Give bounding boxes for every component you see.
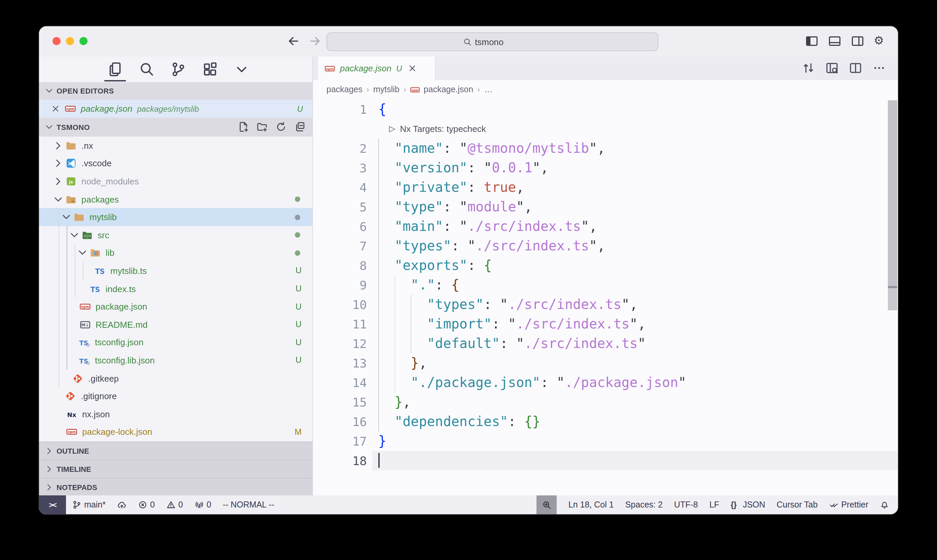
open-editors-header[interactable]: OPEN EDITORS (39, 82, 312, 100)
chevron-right-icon[interactable] (52, 176, 64, 187)
tab-package-json[interactable]: npm package.json U (317, 57, 435, 80)
status-main[interactable]: main* (72, 500, 106, 509)
activity-search-icon[interactable] (138, 60, 155, 79)
nx-icon: Nx (66, 408, 77, 420)
tree-item-mytslib-ts[interactable]: TSmytslib.tsU (39, 262, 312, 280)
status-cloud-upload[interactable] (117, 500, 126, 509)
panel-section-timeline[interactable]: TIMELINE (39, 460, 312, 478)
git-untracked-badge: U (295, 284, 302, 294)
tree-item-packages[interactable]: packages (39, 191, 312, 208)
scrollbar-thumb[interactable] (888, 100, 897, 286)
tree-item-lib[interactable]: lib (39, 244, 312, 262)
status-cursor-tab[interactable]: Cursor Tab (777, 500, 818, 509)
chevron-down-icon (45, 123, 54, 132)
minimize-window-button[interactable] (66, 37, 74, 45)
chevron-right-icon[interactable] (52, 158, 64, 169)
status-prettier[interactable]: Prettier (829, 500, 868, 509)
chevron-down-icon[interactable] (61, 211, 72, 223)
activity-extensions-icon[interactable] (201, 60, 219, 79)
status-utf-8[interactable]: UTF-8 (674, 500, 698, 509)
activity-explorer-icon[interactable] (106, 60, 124, 79)
open-changes-icon[interactable] (802, 61, 815, 75)
tree-item-tsconfig-lib-json[interactable]: TS⚙tsconfig.lib.jsonU (39, 351, 312, 369)
chevron-down-icon[interactable] (52, 194, 64, 205)
status-spaces-2[interactable]: Spaces: 2 (625, 500, 663, 509)
tree-item-vscode[interactable]: .vscode (39, 154, 312, 172)
remote-indicator[interactable]: >< (39, 495, 66, 514)
status-json[interactable]: {}JSON (731, 500, 765, 509)
refresh-icon[interactable] (275, 121, 287, 132)
status-0[interactable]: 0 (195, 500, 211, 509)
line-number: 2 (313, 138, 367, 158)
search-input[interactable] (475, 37, 522, 47)
forward-arrow-icon[interactable] (308, 34, 322, 48)
activity-source-control-icon[interactable] (170, 60, 187, 79)
split-editor-icon[interactable] (849, 61, 862, 75)
toggle-secondary-sidebar-icon[interactable] (851, 34, 864, 48)
ts-icon: TS (89, 283, 101, 294)
code-line-15: 15 }, (313, 392, 888, 412)
tree-item-package-lock-json[interactable]: npmpackage-lock.jsonM (39, 423, 312, 441)
back-arrow-icon[interactable] (287, 34, 300, 48)
activity-more-icon[interactable] (233, 60, 251, 79)
tree-item-src[interactable]: </>src (39, 226, 312, 244)
tree-item-mytslib[interactable]: mytslib (39, 208, 312, 226)
code-editor[interactable]: 1{▷Nx Targets: typecheck2 "name": "@tsmo… (313, 99, 898, 495)
tree-item-package-json[interactable]: npmpackage.jsonU (39, 298, 312, 316)
text-cursor (378, 453, 380, 468)
panel-section-notepads[interactable]: NOTEPADS (39, 478, 312, 496)
collapse-all-icon[interactable] (294, 121, 306, 132)
svg-text:npm: npm (81, 305, 89, 309)
tree-item-nx-json[interactable]: Nxnx.json (39, 405, 312, 423)
explorer-section-header[interactable]: TSMONO (39, 118, 312, 137)
more-actions-icon[interactable] (872, 61, 886, 75)
tree-indent-guide (83, 262, 83, 280)
zoom-window-button[interactable] (79, 37, 88, 45)
settings-icon[interactable]: ⚙ (874, 34, 887, 48)
status-normal[interactable]: -- NORMAL -- (223, 500, 274, 509)
toggle-sidebar-icon[interactable] (805, 34, 819, 48)
breadcrumb-item-ellipsis[interactable]: … (484, 85, 492, 94)
toggle-panel-icon[interactable] (828, 34, 842, 48)
status-0[interactable]: 0 (166, 500, 183, 509)
svg-text:⚙: ⚙ (86, 342, 90, 348)
tree-item-gitignore[interactable]: .gitignore (39, 387, 312, 405)
scrollbar-segment[interactable] (888, 288, 897, 310)
close-editor-icon[interactable] (51, 104, 60, 113)
new-folder-icon[interactable] (257, 121, 268, 132)
run-target-icon[interactable]: ▷ (389, 119, 395, 138)
new-file-icon[interactable] (238, 121, 249, 132)
close-tab-icon[interactable] (408, 64, 417, 73)
status-0[interactable]: 0 (138, 500, 155, 509)
tree-item-index-ts[interactable]: TSindex.tsU (39, 280, 312, 298)
tree-item-gitkeep[interactable]: .gitkeep (39, 369, 312, 387)
close-window-button[interactable] (52, 37, 61, 45)
breadcrumb-item-package-json[interactable]: npmpackage.json (410, 85, 473, 95)
chevron-right-icon[interactable] (52, 140, 64, 151)
npm-icon: npm (79, 301, 91, 312)
panel-section-outline[interactable]: OUTLINE (39, 442, 312, 460)
status-zoom-plus[interactable] (537, 495, 557, 514)
chevron-down-icon[interactable] (77, 247, 88, 259)
chevron-down-icon[interactable] (69, 229, 80, 241)
tree-item-readme-md[interactable]: M↓README.mdU (39, 316, 312, 334)
open-editor-item[interactable]: npm package.json packages/mytslib U (39, 100, 312, 118)
tree-item-label: nx.json (82, 409, 110, 419)
code-line-13: 13 }, (313, 353, 888, 373)
tree-item-tsconfig-json[interactable]: TS⚙tsconfig.jsonU (39, 334, 312, 351)
command-center-search[interactable] (326, 32, 659, 51)
tree-item-nx[interactable]: .nx (39, 137, 312, 154)
breadcrumb-item-packages[interactable]: packages (326, 85, 363, 94)
status-bell[interactable] (880, 500, 889, 509)
tree-item-node-modules[interactable]: jsnode_modules (39, 172, 312, 190)
codelens[interactable]: ▷Nx Targets: typecheck (389, 119, 486, 138)
code-line-5: 5 "type": "module", (313, 197, 888, 217)
preview-icon[interactable] (825, 61, 839, 75)
status-lf[interactable]: LF (709, 500, 719, 509)
svg-text:M↓: M↓ (81, 322, 89, 328)
code-line-14: 14 "./package.json": "./package.json" (313, 373, 888, 392)
status-ln-18-col-1[interactable]: Ln 18, Col 1 (568, 500, 614, 509)
breadcrumb-item-mytslib[interactable]: mytslib (373, 85, 400, 94)
double-check-icon (829, 500, 839, 509)
svg-text:</>: </> (83, 233, 91, 238)
